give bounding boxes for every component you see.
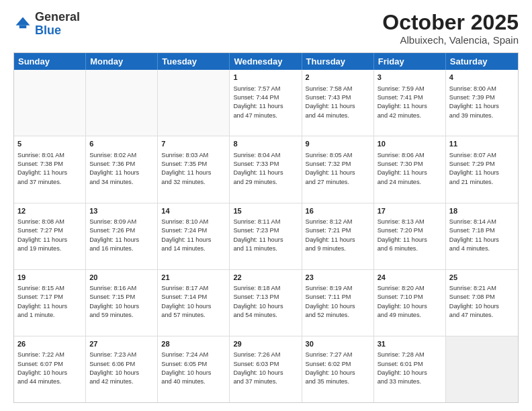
cal-cell: 14Sunrise: 8:10 AM Sunset: 7:24 PM Dayli… (158, 203, 230, 269)
day-number: 21 (161, 273, 226, 283)
day-number: 19 (17, 273, 82, 283)
cal-cell: 12Sunrise: 8:08 AM Sunset: 7:27 PM Dayli… (14, 203, 86, 269)
title-block: October 2025 Albuixech, Valencia, Spain (382, 11, 519, 46)
cal-week: 5Sunrise: 8:01 AM Sunset: 7:38 PM Daylig… (14, 136, 518, 202)
cell-text: Sunrise: 8:14 AM Sunset: 7:18 PM Dayligh… (449, 218, 515, 253)
cell-text: Sunrise: 7:28 AM Sunset: 6:01 PM Dayligh… (378, 351, 442, 386)
cell-text: Sunrise: 8:07 AM Sunset: 7:29 PM Dayligh… (449, 151, 515, 187)
cell-text: Sunrise: 8:05 AM Sunset: 7:32 PM Dayligh… (306, 151, 370, 187)
svg-rect-1 (19, 26, 27, 28)
cal-header-cell: Saturday (446, 53, 518, 70)
day-number: 9 (306, 139, 370, 149)
day-number: 27 (89, 339, 154, 349)
cal-cell: 29Sunrise: 7:26 AM Sunset: 6:03 PM Dayli… (230, 336, 302, 402)
cal-cell: 25Sunrise: 8:21 AM Sunset: 7:08 PM Dayli… (446, 270, 518, 336)
svg-marker-0 (16, 17, 30, 25)
cell-text: Sunrise: 8:19 AM Sunset: 7:11 PM Dayligh… (306, 284, 370, 320)
day-number: 31 (378, 339, 442, 349)
cell-text: Sunrise: 7:57 AM Sunset: 7:44 PM Dayligh… (233, 85, 298, 120)
day-number: 18 (449, 206, 515, 216)
day-number: 11 (449, 139, 515, 149)
cell-text: Sunrise: 8:08 AM Sunset: 7:27 PM Dayligh… (17, 218, 82, 253)
cell-text: Sunrise: 7:24 AM Sunset: 6:05 PM Dayligh… (161, 351, 226, 386)
cell-text: Sunrise: 8:12 AM Sunset: 7:21 PM Dayligh… (306, 218, 370, 253)
cal-cell: 6Sunrise: 8:02 AM Sunset: 7:36 PM Daylig… (86, 136, 158, 202)
cell-text: Sunrise: 8:13 AM Sunset: 7:20 PM Dayligh… (378, 218, 442, 253)
cell-text: Sunrise: 7:22 AM Sunset: 6:07 PM Dayligh… (17, 351, 82, 386)
day-number: 28 (161, 339, 226, 349)
day-number: 15 (233, 206, 298, 216)
header: General Blue October 2025 Albuixech, Val… (13, 11, 519, 46)
cal-cell: 10Sunrise: 8:06 AM Sunset: 7:30 PM Dayli… (374, 136, 446, 202)
day-number: 10 (378, 139, 442, 149)
day-number: 6 (89, 139, 154, 149)
cal-header-cell: Thursday (302, 53, 374, 70)
day-number: 7 (161, 139, 226, 149)
cal-header-cell: Friday (374, 53, 446, 70)
cal-cell: 19Sunrise: 8:15 AM Sunset: 7:17 PM Dayli… (14, 270, 86, 336)
day-number: 13 (89, 206, 154, 216)
calendar-header: SundayMondayTuesdayWednesdayThursdayFrid… (14, 53, 518, 70)
cal-week: 12Sunrise: 8:08 AM Sunset: 7:27 PM Dayli… (14, 203, 518, 269)
cal-cell: 15Sunrise: 8:11 AM Sunset: 7:23 PM Dayli… (230, 203, 302, 269)
cal-cell: 13Sunrise: 8:09 AM Sunset: 7:26 PM Dayli… (86, 203, 158, 269)
cal-cell: 8Sunrise: 8:04 AM Sunset: 7:33 PM Daylig… (230, 136, 302, 202)
cell-text: Sunrise: 8:15 AM Sunset: 7:17 PM Dayligh… (17, 284, 82, 320)
cell-text: Sunrise: 8:11 AM Sunset: 7:23 PM Dayligh… (233, 218, 298, 253)
cal-cell: 4Sunrise: 8:00 AM Sunset: 7:39 PM Daylig… (446, 70, 518, 136)
day-number: 20 (89, 273, 154, 283)
cal-cell: 16Sunrise: 8:12 AM Sunset: 7:21 PM Dayli… (302, 203, 374, 269)
day-number: 1 (233, 73, 298, 83)
cal-cell: 18Sunrise: 8:14 AM Sunset: 7:18 PM Dayli… (446, 203, 518, 269)
cal-cell: 28Sunrise: 7:24 AM Sunset: 6:05 PM Dayli… (158, 336, 230, 402)
cell-text: Sunrise: 8:20 AM Sunset: 7:10 PM Dayligh… (378, 284, 442, 320)
day-number: 2 (306, 73, 370, 83)
day-number: 4 (449, 73, 515, 83)
day-number: 23 (306, 273, 370, 283)
cal-cell: 26Sunrise: 7:22 AM Sunset: 6:07 PM Dayli… (14, 336, 86, 402)
cal-cell: 17Sunrise: 8:13 AM Sunset: 7:20 PM Dayli… (374, 203, 446, 269)
day-number: 8 (233, 139, 298, 149)
cal-cell (158, 70, 230, 136)
calendar: SundayMondayTuesdayWednesdayThursdayFrid… (13, 52, 519, 403)
day-number: 25 (449, 273, 515, 283)
day-number: 30 (306, 339, 370, 349)
cal-cell (446, 336, 518, 402)
cell-text: Sunrise: 8:21 AM Sunset: 7:08 PM Dayligh… (449, 284, 515, 320)
cal-header-cell: Monday (86, 53, 158, 70)
cell-text: Sunrise: 8:16 AM Sunset: 7:15 PM Dayligh… (89, 284, 154, 320)
calendar-body: 1Sunrise: 7:57 AM Sunset: 7:44 PM Daylig… (14, 70, 518, 402)
cal-cell: 11Sunrise: 8:07 AM Sunset: 7:29 PM Dayli… (446, 136, 518, 202)
cell-text: Sunrise: 8:01 AM Sunset: 7:38 PM Dayligh… (17, 151, 82, 187)
logo: General Blue (13, 11, 80, 38)
location-title: Albuixech, Valencia, Spain (382, 34, 519, 46)
cell-text: Sunrise: 8:17 AM Sunset: 7:14 PM Dayligh… (161, 284, 226, 320)
cell-text: Sunrise: 8:18 AM Sunset: 7:13 PM Dayligh… (233, 284, 298, 320)
day-number: 12 (17, 206, 82, 216)
logo-text: General Blue (35, 11, 80, 38)
cal-header-cell: Sunday (14, 53, 86, 70)
cal-cell: 30Sunrise: 7:27 AM Sunset: 6:02 PM Dayli… (302, 336, 374, 402)
day-number: 16 (306, 206, 370, 216)
cal-header-cell: Wednesday (230, 53, 302, 70)
cal-cell: 24Sunrise: 8:20 AM Sunset: 7:10 PM Dayli… (374, 270, 446, 336)
cell-text: Sunrise: 8:10 AM Sunset: 7:24 PM Dayligh… (161, 218, 226, 253)
cell-text: Sunrise: 8:03 AM Sunset: 7:35 PM Dayligh… (161, 151, 226, 187)
cal-week: 19Sunrise: 8:15 AM Sunset: 7:17 PM Dayli… (14, 269, 518, 336)
cell-text: Sunrise: 7:58 AM Sunset: 7:43 PM Dayligh… (306, 85, 370, 120)
cal-cell: 20Sunrise: 8:16 AM Sunset: 7:15 PM Dayli… (86, 270, 158, 336)
logo-general: General (35, 10, 80, 24)
cell-text: Sunrise: 7:26 AM Sunset: 6:03 PM Dayligh… (233, 351, 298, 386)
day-number: 14 (161, 206, 226, 216)
cal-cell: 31Sunrise: 7:28 AM Sunset: 6:01 PM Dayli… (374, 336, 446, 402)
day-number: 17 (378, 206, 442, 216)
cal-cell: 21Sunrise: 8:17 AM Sunset: 7:14 PM Dayli… (158, 270, 230, 336)
logo-icon (13, 15, 32, 34)
day-number: 24 (378, 273, 442, 283)
cal-header-cell: Tuesday (158, 53, 230, 70)
cell-text: Sunrise: 7:27 AM Sunset: 6:02 PM Dayligh… (306, 351, 370, 386)
cal-week: 26Sunrise: 7:22 AM Sunset: 6:07 PM Dayli… (14, 336, 518, 402)
cal-cell: 7Sunrise: 8:03 AM Sunset: 7:35 PM Daylig… (158, 136, 230, 202)
cal-cell (14, 70, 86, 136)
day-number: 5 (17, 139, 82, 149)
